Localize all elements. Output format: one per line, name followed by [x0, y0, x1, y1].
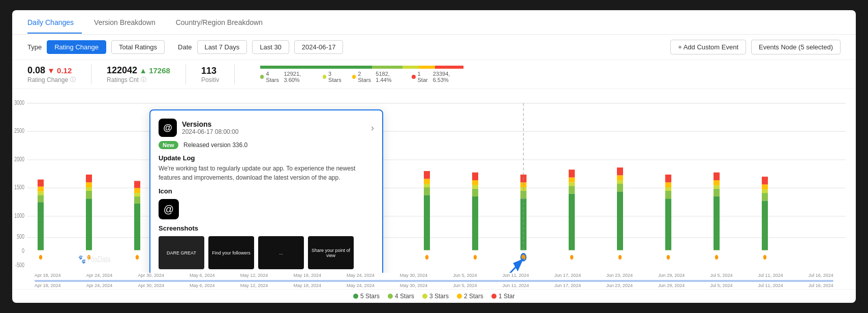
bar-group-15[interactable]	[714, 173, 720, 260]
svg-text:🐾 FoxData: 🐾 FoxData	[78, 254, 111, 265]
svg-rect-87	[617, 191, 623, 250]
ratings-cnt-value: 122042	[107, 65, 137, 76]
svg-point-86	[570, 254, 574, 260]
legend-dot-1star	[491, 294, 497, 299]
svg-point-31	[135, 254, 139, 260]
4stars-label: 4 Stars	[266, 71, 282, 83]
bar-group-13[interactable]	[617, 167, 623, 260]
svg-text:500: 500	[17, 233, 24, 240]
popup-header: @ Versions 2024-06-17 08:00:00 ›	[159, 119, 374, 137]
svg-text:2500: 2500	[14, 127, 24, 134]
last-7-days-btn[interactable]: Last 7 Days	[197, 40, 247, 54]
svg-rect-24	[86, 175, 92, 182]
svg-rect-103	[714, 173, 720, 180]
svg-rect-28	[134, 193, 140, 196]
stat-ratings-cnt: 122042 ▲ 17268 Ratings Cnt ⓘ	[107, 65, 170, 83]
legend-2stars: 2 Stars	[457, 293, 483, 300]
bar-group-10[interactable]	[472, 173, 478, 260]
svg-text:2000: 2000	[14, 155, 24, 162]
1star-label: 1 Star	[418, 71, 431, 83]
svg-rect-99	[714, 196, 720, 250]
2stars-label: 2 Stars	[358, 71, 374, 83]
type-label: Type	[27, 43, 42, 51]
svg-rect-93	[665, 198, 671, 250]
svg-rect-109	[762, 177, 768, 184]
rating-change-label: Rating Change ⓘ	[27, 76, 76, 83]
svg-rect-64	[424, 184, 430, 187]
range-slider-area	[12, 279, 856, 283]
popup-next-arrow[interactable]: ›	[371, 123, 374, 133]
svg-rect-82	[569, 186, 575, 193]
svg-point-73	[473, 254, 477, 260]
svg-rect-85	[569, 169, 575, 177]
stat-positive: 113 Positiv	[201, 66, 219, 83]
popup-card: @ Versions 2024-06-17 08:00:00 › New Rel…	[149, 109, 383, 273]
total-ratings-btn[interactable]: Total Ratings	[111, 40, 165, 54]
1star-dot	[412, 75, 415, 79]
popup-title-block: Versions 2024-06-17 08:00:00	[182, 120, 238, 135]
bar-1star	[435, 66, 463, 69]
svg-text:1500: 1500	[14, 184, 24, 191]
legend-dot-5stars	[353, 294, 358, 299]
svg-rect-20	[86, 198, 92, 250]
range-slider-track[interactable]	[35, 280, 833, 282]
2stars-summary: 2 Stars 5182, 1.44%	[352, 71, 404, 83]
released-text: Released version 336.0	[183, 141, 247, 149]
bar-group-16[interactable]	[762, 177, 768, 260]
svg-rect-63	[424, 187, 430, 195]
stat-rating-change: 0.08 ▼ 0.12 Rating Change ⓘ	[27, 65, 76, 83]
legend-label-4stars: 4 Stars	[395, 293, 414, 300]
svg-point-98	[666, 254, 670, 260]
bar-2star	[419, 66, 435, 69]
svg-point-104	[715, 254, 719, 260]
svg-rect-100	[714, 189, 720, 196]
events-node-btn[interactable]: Events Node (5 selected)	[751, 40, 841, 54]
svg-point-92	[618, 254, 622, 260]
update-log-body: We're working fast to regularly update o…	[159, 164, 374, 182]
popup-app-icon: @	[159, 199, 179, 219]
tab-daily-changes[interactable]: Daily Changes	[27, 12, 82, 34]
screenshots-row: DARE GREAT Find your followers ... Share…	[159, 236, 374, 269]
svg-rect-26	[134, 204, 140, 250]
bar-group-3[interactable]	[134, 181, 140, 261]
bar-group-2[interactable]	[86, 175, 92, 260]
tab-version-breakdown[interactable]: Version Breakdown	[94, 12, 164, 34]
bar-group-1[interactable]	[38, 180, 44, 260]
nav-tabs: Daily Changes Version Breakdown Country/…	[12, 10, 856, 35]
bar-group-11[interactable]	[520, 103, 526, 261]
last-30-btn[interactable]: Last 30	[252, 40, 289, 54]
svg-rect-89	[617, 180, 623, 184]
rating-change-btn[interactable]: Rating Change	[47, 40, 106, 54]
svg-rect-108	[762, 184, 768, 189]
bar-group-12[interactable]	[569, 169, 575, 260]
screenshot-1: DARE GREAT	[159, 236, 204, 269]
rating-change-trend: ▼ 0.12	[47, 66, 72, 75]
x-axis-labels-2: Apr 18, 2024 Apr 24, 2024 Apr 30, 2024 M…	[12, 283, 856, 288]
bar-group-9[interactable]	[424, 171, 430, 260]
bar-group-14[interactable]	[665, 175, 671, 260]
svg-rect-30	[134, 181, 140, 188]
3stars-summary: 3 Stars	[323, 71, 344, 83]
svg-rect-95	[665, 187, 671, 191]
add-custom-event-btn[interactable]: + Add Custom Event	[670, 40, 746, 54]
rating-summary: 4 Stars 12921, 3.60% 3 Stars 2 Stars 518…	[260, 66, 463, 83]
new-badge: New	[159, 141, 178, 149]
svg-rect-15	[38, 195, 44, 202]
app-container: Daily Changes Version Breakdown Country/…	[12, 10, 856, 303]
legend-4stars: 4 Stars	[388, 293, 414, 300]
svg-rect-23	[86, 182, 92, 187]
stat-divider-1	[91, 64, 91, 84]
svg-rect-14	[38, 202, 44, 250]
bar-5star	[260, 66, 372, 69]
legend-dot-2stars	[457, 294, 462, 299]
tab-country-breakdown[interactable]: Country/Region Breakdown	[176, 12, 271, 34]
svg-text:-500: -500	[15, 261, 24, 268]
svg-rect-16	[38, 191, 44, 195]
legend-label-5stars: 5 Stars	[360, 293, 380, 300]
svg-point-67	[425, 254, 429, 260]
svg-point-19	[39, 254, 43, 260]
svg-rect-18	[38, 180, 44, 187]
2stars-dot	[352, 75, 356, 79]
svg-text:3000: 3000	[14, 99, 24, 106]
legend-5stars: 5 Stars	[353, 293, 380, 300]
